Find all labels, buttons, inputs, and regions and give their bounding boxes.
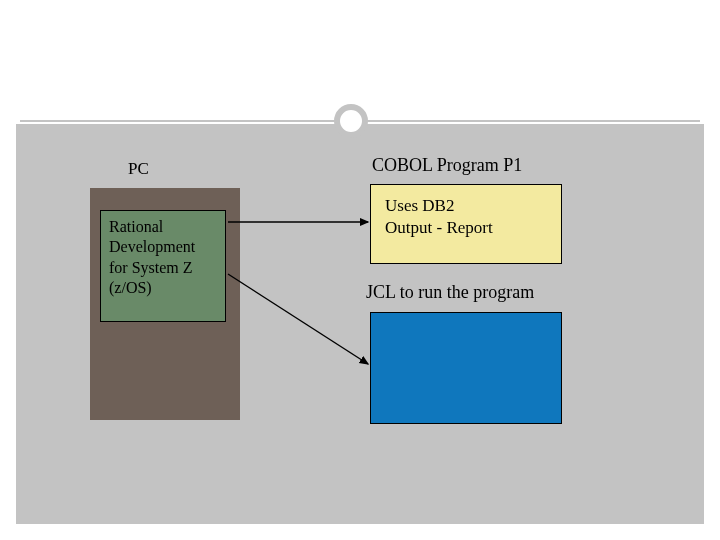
rational-dev-text: Rational Development for System Z (z/OS) bbox=[109, 218, 195, 296]
jcl-box bbox=[370, 312, 562, 424]
cobol-title: COBOL Program P1 bbox=[372, 155, 522, 176]
cobol-program-box: Uses DB2Output - Report bbox=[370, 184, 562, 264]
rational-dev-box: Rational Development for System Z (z/OS) bbox=[100, 210, 226, 322]
pc-label: PC bbox=[128, 159, 149, 179]
cobol-program-text: Uses DB2Output - Report bbox=[385, 196, 493, 237]
ring-icon bbox=[334, 104, 368, 138]
slide: PC Rational Development for System Z (z/… bbox=[0, 0, 720, 540]
jcl-title: JCL to run the program bbox=[366, 282, 534, 303]
